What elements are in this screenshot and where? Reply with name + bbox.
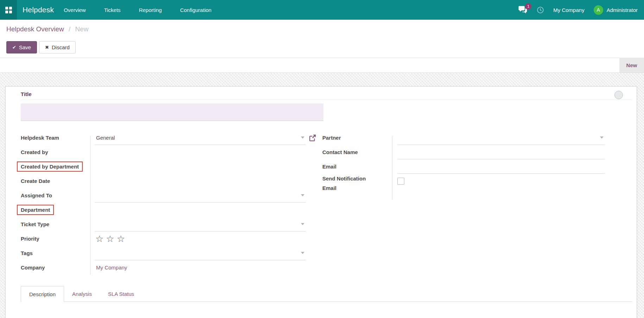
user-name: Administrator	[607, 7, 638, 13]
created-by-label: Created by	[21, 149, 95, 155]
tags-input[interactable]	[95, 246, 306, 260]
created-by-department-label-cell: Created by Department	[21, 161, 95, 172]
field-row-send-notification-email: Send Notification Email	[322, 174, 605, 193]
send-notification-email-label: Send Notification Email	[322, 174, 397, 193]
field-row-priority: Priority ☆ ☆ ☆	[21, 231, 316, 246]
menu-item-tickets[interactable]: Tickets	[103, 5, 121, 15]
avatar: A	[594, 5, 603, 15]
department-label-cell: Department	[21, 205, 95, 215]
field-row-partner: Partner	[322, 131, 605, 145]
tags-label: Tags	[21, 250, 95, 256]
helpdesk-team-label: Helpdesk Team	[21, 135, 95, 141]
menu-item-overview[interactable]: Overview	[63, 5, 87, 15]
chevron-down-icon[interactable]	[301, 252, 304, 254]
partner-input[interactable]	[397, 131, 605, 145]
chevron-down-icon[interactable]	[301, 223, 304, 225]
form-action-buttons: ✔ Save ✖ Discard	[0, 37, 644, 58]
assigned-to-input[interactable]	[95, 188, 306, 203]
star-icon[interactable]: ☆	[117, 234, 125, 243]
discard-button[interactable]: ✖ Discard	[39, 41, 76, 53]
field-row-created-by-department: Created by Department	[21, 159, 316, 174]
contact-name-label: Contact Name	[322, 147, 397, 157]
department-value[interactable]	[95, 203, 306, 217]
created-by-value[interactable]	[95, 145, 306, 159]
field-row-ticket-type: Ticket Type	[21, 217, 316, 231]
tab-sla-status[interactable]: SLA Status	[100, 286, 142, 301]
star-icon[interactable]: ☆	[95, 234, 103, 243]
field-row-helpdesk-team: Helpdesk Team General	[21, 131, 316, 145]
right-field-group: Partner Contact Name Email	[322, 131, 605, 193]
notebook-tabs: Description Analysis SLA Status	[21, 286, 632, 302]
field-row-tags: Tags	[21, 246, 316, 260]
field-row-assigned-to: Assigned To	[21, 188, 316, 203]
app-title[interactable]: Helpdesk	[23, 6, 54, 14]
save-button-label: Save	[19, 44, 31, 50]
apps-menu-button[interactable]	[0, 0, 17, 20]
ticket-type-input[interactable]	[95, 217, 306, 231]
email-label: Email	[322, 162, 397, 171]
created-by-department-highlight: Created by Department	[17, 161, 83, 172]
top-menu: Overview Tickets Reporting Configuration	[63, 5, 212, 15]
messages-button[interactable]: 1	[518, 6, 528, 14]
contact-name-input[interactable]	[397, 145, 605, 159]
form-sheet: Title Helpdesk Team General	[5, 86, 637, 318]
ticket-type-label: Ticket Type	[21, 221, 95, 227]
user-menu[interactable]: A Administrator	[594, 5, 638, 15]
check-icon: ✔	[12, 45, 16, 50]
activities-button[interactable]	[537, 6, 544, 14]
apps-grid-icon	[5, 7, 12, 13]
priority-label: Priority	[21, 236, 95, 242]
left-field-group: Helpdesk Team General	[21, 131, 316, 275]
company-switcher[interactable]: My Company	[553, 7, 584, 13]
company-value-link[interactable]: My Company	[95, 265, 127, 271]
form-view-background: Title Helpdesk Team General	[0, 73, 644, 318]
title-input[interactable]	[21, 103, 323, 121]
messages-count-badge: 1	[525, 3, 531, 9]
star-icon[interactable]: ☆	[106, 234, 114, 243]
tab-description[interactable]: Description	[21, 286, 64, 302]
cross-icon: ✖	[45, 45, 49, 50]
topbar-right-group: 1 My Company A Administrator	[518, 5, 644, 15]
menu-item-configuration[interactable]: Configuration	[179, 5, 212, 15]
partner-label: Partner	[322, 133, 397, 142]
breadcrumb: Helpdesk Overview / New	[0, 20, 644, 37]
company-label: Company	[21, 265, 95, 271]
department-highlight: Department	[17, 205, 54, 215]
field-row-contact-name: Contact Name	[322, 145, 605, 159]
title-divider	[21, 100, 632, 100]
chevron-down-icon[interactable]	[301, 136, 304, 139]
form-statusbar: New	[0, 58, 644, 73]
helpdesk-team-input[interactable]: General	[95, 131, 306, 145]
stage-new-button[interactable]: New	[619, 58, 644, 72]
breadcrumb-parent-link[interactable]: Helpdesk Overview	[6, 25, 64, 33]
field-row-email: Email	[322, 159, 605, 174]
field-row-created-by: Created by	[21, 145, 316, 159]
chevron-down-icon[interactable]	[600, 136, 604, 139]
clock-icon	[537, 6, 544, 14]
helpdesk-team-value: General	[95, 135, 115, 141]
kanban-state-indicator[interactable]	[614, 91, 623, 99]
create-date-value[interactable]	[95, 174, 306, 188]
discard-button-label: Discard	[52, 44, 70, 50]
field-row-company: Company My Company	[21, 260, 316, 275]
email-input[interactable]	[397, 159, 605, 174]
menu-item-reporting[interactable]: Reporting	[138, 5, 163, 15]
send-notification-email-checkbox[interactable]	[397, 178, 404, 185]
external-link-icon[interactable]	[309, 134, 316, 142]
field-row-department: Department	[21, 203, 316, 217]
field-row-create-date: Create Date	[21, 174, 316, 188]
chevron-down-icon[interactable]	[301, 194, 304, 196]
breadcrumb-separator: /	[69, 25, 70, 33]
breadcrumb-current: New	[75, 25, 89, 33]
top-navbar: Helpdesk Overview Tickets Reporting Conf…	[0, 0, 644, 20]
title-field-label: Title	[21, 91, 32, 97]
tab-analysis[interactable]: Analysis	[64, 286, 100, 301]
created-by-department-value[interactable]	[95, 159, 306, 174]
save-button[interactable]: ✔ Save	[6, 41, 37, 53]
priority-stars: ☆ ☆ ☆	[95, 234, 125, 243]
assigned-to-label: Assigned To	[21, 192, 95, 198]
create-date-label: Create Date	[21, 178, 95, 184]
